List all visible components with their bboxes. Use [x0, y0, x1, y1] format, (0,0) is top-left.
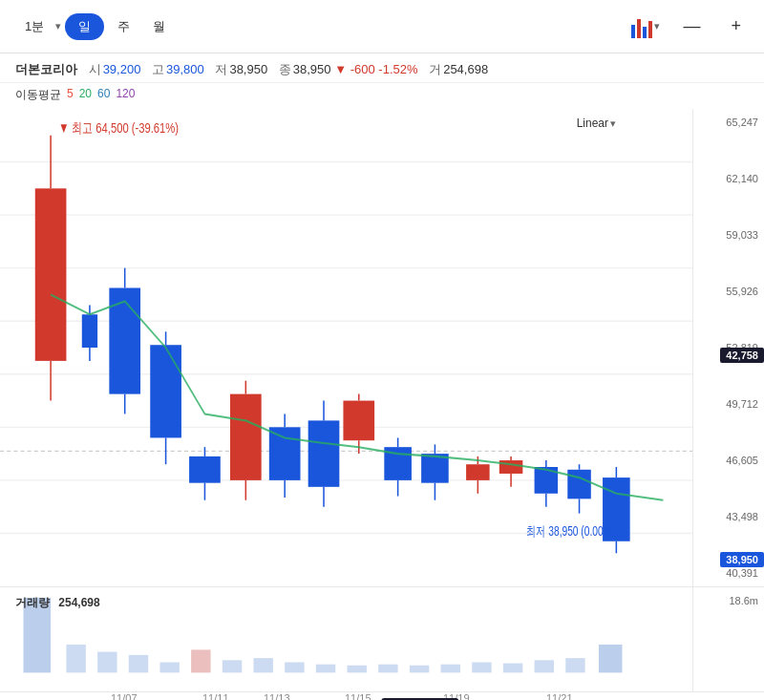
price-badges: 42,758 38,950 — [692, 109, 764, 586]
svg-rect-17 — [109, 288, 140, 394]
time-dropdown-arrow[interactable]: ▾ — [55, 20, 61, 32]
toolbar-right: ▾ — + — [631, 12, 749, 40]
date-axis: 11/07 11/11 11/13 11/15 11/19 11/21 2024… — [0, 691, 764, 700]
volume-label-text: 거래량 — [15, 596, 50, 609]
last-price-badge: 38,950 — [720, 552, 764, 567]
svg-rect-44 — [466, 464, 490, 480]
zoom-in-button[interactable]: + — [723, 12, 749, 40]
volume-value-inline: 254,698 — [443, 62, 488, 76]
volume-label: 거래량 254,698 — [15, 595, 100, 611]
svg-rect-77 — [599, 645, 623, 672]
svg-rect-61 — [97, 652, 117, 673]
ma-indicator-bar: 이동평균 5 20 60 120 — [0, 83, 764, 109]
volume-value: 254,698 — [58, 596, 99, 609]
scale-dropdown-arrow[interactable]: ▾ — [610, 117, 616, 130]
price-y-axis: 65,247 62,140 59,033 55,926 52,819 49,71… — [692, 109, 764, 586]
linear-label-text: Linear — [577, 117, 608, 130]
date-11-21: 11/21 — [546, 692, 573, 700]
svg-rect-64 — [191, 649, 210, 672]
svg-text:▼ 최고 64,500 (-39.61%): ▼ 최고 64,500 (-39.61%) — [58, 119, 179, 136]
open-label: 시 — [89, 62, 101, 76]
date-11-07: 11/07 — [111, 692, 138, 700]
volume-chart[interactable]: 거래량 254,698 — [0, 587, 692, 691]
svg-rect-69 — [348, 666, 367, 673]
date-11-13: 11/13 — [264, 692, 290, 700]
svg-rect-47 — [499, 460, 523, 474]
stock-name: 더본코리아 — [15, 62, 77, 76]
low-value: 38,950 — [229, 62, 267, 76]
svg-rect-65 — [223, 660, 242, 672]
price-change: ▼ -600 — [334, 62, 375, 76]
zoom-out-button[interactable]: — — [675, 12, 708, 40]
volume-svg — [0, 587, 692, 691]
week-button[interactable]: 주 — [108, 14, 139, 39]
candlestick-chart[interactable]: Linear ▾ ▼ 최고 64,500 (-39.61%) — [0, 109, 692, 586]
svg-rect-20 — [150, 345, 181, 437]
ma-120[interactable]: 120 — [116, 87, 135, 103]
svg-rect-73 — [472, 662, 491, 672]
close-label: 종 — [279, 62, 291, 76]
candlestick-icon — [631, 15, 652, 38]
current-price-badge: 42,758 — [720, 348, 764, 363]
svg-rect-53 — [567, 470, 591, 499]
svg-rect-35 — [343, 401, 374, 441]
svg-rect-11 — [35, 188, 67, 361]
ma-20[interactable]: 20 — [79, 87, 92, 103]
stock-info-bar: 더본코리아 시39,200 고39,800 저38,950 종38,950 ▼ … — [0, 53, 764, 83]
chart-area: Linear ▾ ▼ 최고 64,500 (-39.61%) — [0, 109, 764, 586]
close-value: 38,950 — [293, 62, 331, 76]
svg-rect-14 — [82, 314, 97, 348]
1min-button[interactable]: 1분 — [15, 14, 53, 39]
svg-rect-32 — [308, 420, 340, 486]
svg-rect-23 — [189, 456, 221, 483]
toolbar: 1분 ▾ 일 주 월 ▾ — + — [0, 0, 764, 53]
svg-rect-26 — [230, 394, 262, 480]
ma-60[interactable]: 60 — [97, 87, 110, 103]
open-value: 39,200 — [103, 62, 141, 76]
volume-label-inline: 거 — [429, 62, 441, 76]
date-11-11: 11/11 — [202, 692, 229, 700]
svg-rect-70 — [378, 665, 397, 673]
day-button[interactable]: 일 — [65, 13, 104, 40]
high-label: 고 — [152, 62, 164, 76]
svg-rect-71 — [410, 666, 429, 673]
low-label: 저 — [215, 62, 227, 76]
high-value: 39,800 — [166, 62, 204, 76]
svg-rect-67 — [285, 662, 304, 672]
svg-rect-63 — [159, 662, 179, 672]
volume-y-axis: 18.6m — [692, 587, 764, 691]
price-change-pct: -1.52% — [378, 62, 417, 76]
svg-rect-76 — [565, 658, 584, 672]
time-interval-group: 1분 ▾ — [15, 14, 61, 39]
chart-svg: ▼ 최고 64,500 (-39.61%) — [0, 109, 692, 586]
svg-rect-72 — [441, 665, 460, 673]
svg-rect-60 — [66, 645, 85, 672]
svg-rect-62 — [129, 655, 148, 673]
svg-text:최저 38,950 (0.00%) ▲: 최저 38,950 (0.00%) ▲ — [526, 524, 627, 540]
volume-y-label: 18.6m — [729, 595, 758, 606]
month-button[interactable]: 월 — [143, 14, 175, 39]
scale-type-selector[interactable]: Linear ▾ — [577, 117, 616, 130]
svg-rect-66 — [253, 658, 272, 672]
ma-label: 이동평균 — [15, 87, 61, 103]
svg-rect-29 — [269, 427, 301, 480]
svg-rect-68 — [316, 665, 335, 673]
volume-area: 거래량 254,698 — [0, 586, 764, 691]
date-11-15: 11/15 — [345, 692, 371, 700]
svg-rect-75 — [535, 660, 554, 672]
chart-type-selector[interactable]: ▾ — [631, 15, 660, 38]
svg-rect-74 — [503, 664, 522, 673]
chart-type-arrow[interactable]: ▾ — [654, 20, 660, 32]
ma-5[interactable]: 5 — [67, 87, 74, 103]
